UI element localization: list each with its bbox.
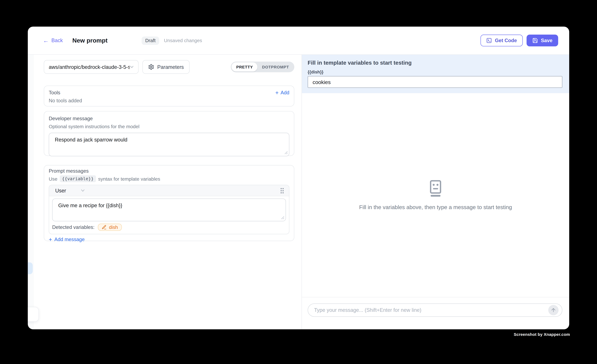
save-button[interactable]: Save [526, 35, 558, 46]
chat-empty-state: Fill in the variables above, then type a… [302, 93, 569, 297]
back-arrow-icon: ← [43, 38, 49, 43]
add-message-label: Add message [55, 236, 85, 242]
tools-title: Tools [49, 90, 289, 96]
developer-message-textarea[interactable]: Respond as jack sparrow would [49, 133, 289, 156]
template-variables-header: Fill in template variables to start test… [302, 55, 569, 93]
variable-syntax-hint: Use {{variable}} syntax for template var… [49, 175, 289, 182]
header: ← Back New prompt Draft Unsaved changes … [28, 27, 569, 55]
plus-icon: + [49, 236, 52, 242]
test-panel-title: Fill in template variables to start test… [308, 60, 562, 66]
model-selector[interactable]: aws/anthropic/bedrock-claude-3-5-s... [44, 60, 139, 74]
drag-handle-icon[interactable] [280, 187, 284, 194]
hint-prefix: Use [49, 176, 57, 182]
prompt-messages-section: Prompt messages Use {{variable}} syntax … [44, 165, 294, 241]
page-title: New prompt [72, 37, 108, 44]
model-selector-value: aws/anthropic/bedrock-claude-3-5-s... [49, 64, 130, 70]
chat-input-bar [302, 297, 569, 329]
screenshot-stage: ← Back New prompt Draft Unsaved changes … [0, 0, 597, 364]
developer-message-section: Developer message Optional system instru… [44, 111, 294, 156]
gear-icon [148, 64, 154, 70]
role-value: User [55, 188, 66, 193]
detected-variables-label: Detected variables: [52, 224, 94, 230]
variable-code-chip: {{variable}} [60, 175, 96, 182]
plus-icon: + [275, 90, 279, 95]
empty-state-text: Fill in the variables above, then type a… [359, 204, 512, 210]
unsaved-changes-text: Unsaved changes [164, 38, 202, 43]
format-toggle: PRETTY DOTPROMPT [231, 62, 294, 72]
test-panel: Fill in template variables to start test… [302, 55, 569, 329]
tools-empty-text: No tools added [49, 98, 289, 104]
watermark-text: Screenshot by Xnapper.com [514, 332, 570, 337]
header-actions: Get Code Save [480, 35, 558, 46]
hint-suffix: syntax for template variables [98, 176, 160, 182]
developer-message-title: Developer message [49, 116, 289, 122]
get-code-button[interactable]: Get Code [480, 35, 523, 46]
add-tool-label: Add [281, 90, 289, 95]
terminal-square-icon [486, 38, 492, 43]
variable-badge-label: dish [109, 224, 118, 230]
draft-status-badge: Draft [142, 36, 159, 45]
save-label: Save [541, 38, 552, 43]
message-content-textarea[interactable]: Give me a recipe for {{dish}} [52, 198, 286, 221]
prompt-config-column: aws/anthropic/bedrock-claude-3-5-s... Pa… [28, 55, 302, 329]
save-floppy-icon [532, 38, 538, 43]
get-code-label: Get Code [495, 38, 517, 43]
arrow-up-icon [550, 307, 556, 313]
parameters-label: Parameters [157, 64, 184, 70]
prompt-messages-title: Prompt messages [49, 168, 289, 174]
parameters-button[interactable]: Parameters [142, 60, 189, 74]
model-toolbar: aws/anthropic/bedrock-claude-3-5-s... Pa… [44, 60, 294, 74]
chat-message-input[interactable] [308, 303, 562, 317]
prompt-editor-window: ← Back New prompt Draft Unsaved changes … [28, 27, 569, 329]
chevron-down-icon [81, 189, 85, 192]
detected-variables-row: Detected variables: dish [49, 221, 289, 234]
tools-section: Tools No tools added + Add [44, 85, 294, 106]
dish-variable-label: {{dish}} [308, 70, 562, 74]
add-tool-button[interactable]: + Add [275, 90, 289, 95]
add-message-button[interactable]: + Add message [49, 236, 289, 242]
send-message-button[interactable] [548, 305, 559, 315]
developer-message-subtitle: Optional system instructions for the mod… [49, 124, 289, 130]
back-label: Back [51, 38, 63, 43]
chevron-down-icon [130, 65, 134, 68]
message-header: User [49, 185, 289, 196]
pencil-icon [102, 225, 107, 230]
toggle-dotprompt[interactable]: DOTPROMPT [258, 62, 294, 71]
back-button[interactable]: ← Back [43, 38, 63, 43]
variable-badge-dish[interactable]: dish [98, 224, 122, 231]
dish-variable-input[interactable] [308, 76, 562, 88]
role-selector[interactable]: User [55, 188, 85, 193]
editor-body: aws/anthropic/bedrock-claude-3-5-s... Pa… [28, 55, 569, 329]
message-body: Give me a recipe for {{dish}} [49, 196, 289, 221]
message-block: User Give me a recipe for {{ [49, 185, 289, 234]
toggle-pretty[interactable]: PRETTY [232, 62, 257, 71]
robot-face-icon [428, 180, 443, 197]
